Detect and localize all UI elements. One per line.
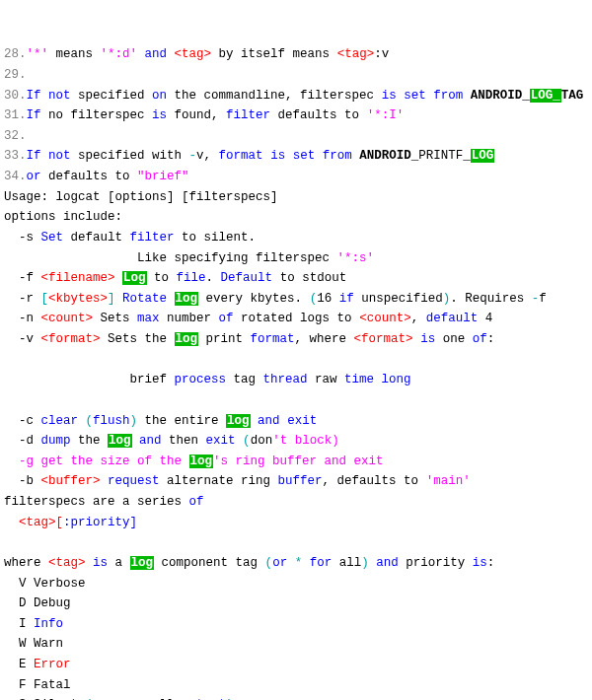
code-text: tag: [226, 373, 263, 386]
code-text: exit: [280, 414, 318, 428]
code-text: to stdout: [272, 271, 346, 285]
code-text: (: [236, 434, 251, 448]
highlight-log: log: [175, 292, 199, 306]
code-text: *: [287, 556, 302, 570]
code-text: thread: [263, 373, 308, 386]
line-number: 33.: [4, 149, 27, 163]
code-text: if: [339, 292, 354, 306]
code-text: of: [219, 312, 234, 325]
code-text: 't block): [272, 434, 339, 448]
code-text: I: [4, 617, 34, 631]
code-text: -v: [4, 332, 41, 346]
code-text: the: [71, 434, 109, 448]
code-text: '*:d': [101, 47, 138, 61]
code-text: or: [27, 170, 41, 183]
code-text: clear: [41, 414, 79, 428]
code-text: and: [369, 556, 399, 570]
code-text: -g get the size of the: [4, 455, 189, 468]
code-text: a: [108, 556, 130, 570]
code-block: 28.'*' means '*:d' and <tag> by itself m…: [4, 44, 588, 700]
code-text: 'main': [426, 474, 471, 488]
code-text: from: [315, 149, 359, 163]
code-text: every kbytes.: [198, 292, 310, 306]
code-text: is: [263, 149, 286, 163]
code-text: ,: [411, 312, 426, 325]
code-text: is: [382, 89, 397, 103]
code-text: file: [177, 271, 206, 285]
code-text: -: [189, 149, 197, 163]
code-text: :priority]: [63, 516, 137, 529]
code-text: format: [219, 149, 263, 163]
code-text: Default: [221, 271, 273, 285]
code-text: . Requires: [450, 292, 532, 306]
code-text: found,: [167, 108, 226, 122]
code-text: '*': [27, 47, 49, 61]
highlight-log: log: [108, 434, 132, 448]
code-text: <tag>[: [4, 516, 63, 529]
code-text: is: [152, 108, 167, 122]
code-text: for: [302, 556, 332, 570]
code-text: exit: [206, 434, 236, 448]
code-text: <tag>: [337, 47, 375, 61]
code-text: -b: [4, 474, 41, 488]
highlight-log: log: [130, 556, 155, 570]
code-text: (: [310, 292, 318, 306]
code-text: <kbytes>: [48, 292, 108, 306]
code-text: not: [41, 149, 71, 163]
code-text: and: [251, 414, 280, 428]
code-text: D Debug: [4, 596, 71, 610]
code-text: buffer: [278, 474, 323, 488]
code-text: or: [272, 556, 287, 570]
code-text: ): [130, 414, 138, 428]
code-text: is: [86, 556, 109, 570]
code-text: raw: [308, 373, 345, 386]
code-text: [: [41, 292, 49, 306]
code-text: rotated logs to: [234, 312, 360, 325]
code-text: process: [175, 373, 227, 386]
code-text: '*:I': [367, 108, 405, 122]
code-text: and: [132, 434, 162, 448]
code-text: Sets the: [101, 332, 175, 346]
code-text: priority: [399, 556, 473, 570]
code-text: PRINTF_: [418, 149, 471, 163]
code-text: long: [374, 373, 411, 386]
code-text: Usage: logcat [options] [filterspecs]: [4, 190, 278, 204]
code-text: number: [160, 312, 219, 325]
code-text: format: [251, 332, 295, 346]
code-text: V Verbose: [4, 577, 86, 591]
code-text: brief: [4, 373, 175, 386]
code-text: no filterspec: [41, 108, 153, 122]
code-text: :: [487, 332, 495, 346]
code-text: -n: [4, 312, 41, 325]
code-text: :: [487, 556, 495, 570]
code-text: Set: [41, 231, 64, 245]
code-text: If: [27, 149, 41, 163]
line-number: 31.: [4, 108, 27, 122]
highlight-log: Log: [122, 271, 147, 285]
code-text: set: [285, 149, 315, 163]
code-text: <format>: [41, 332, 101, 346]
code-text: (: [265, 556, 273, 570]
code-text: Like specifying filterspec: [4, 251, 337, 265]
code-text: 4: [478, 312, 492, 325]
code-text: ANDROID_: [359, 149, 418, 163]
line-number: 30.: [4, 89, 27, 103]
code-text: <tag>: [48, 556, 86, 570]
highlight-log: log: [226, 414, 251, 428]
code-text: If: [27, 108, 41, 122]
code-text: one: [435, 332, 473, 346]
code-text: of: [473, 332, 487, 346]
code-text: , where: [295, 332, 354, 346]
code-text: Info: [34, 617, 63, 631]
code-text: then: [162, 434, 206, 448]
code-text: :v: [374, 47, 389, 61]
code-text: where: [4, 556, 48, 570]
code-text: -s: [4, 231, 41, 245]
code-text: on: [152, 89, 167, 103]
code-text: <format>: [354, 332, 413, 346]
code-text: <buffer>: [41, 474, 101, 488]
code-text: specified: [71, 89, 153, 103]
code-text: -f: [4, 271, 41, 285]
code-text: from: [426, 89, 471, 103]
highlight-log: log: [175, 332, 199, 346]
